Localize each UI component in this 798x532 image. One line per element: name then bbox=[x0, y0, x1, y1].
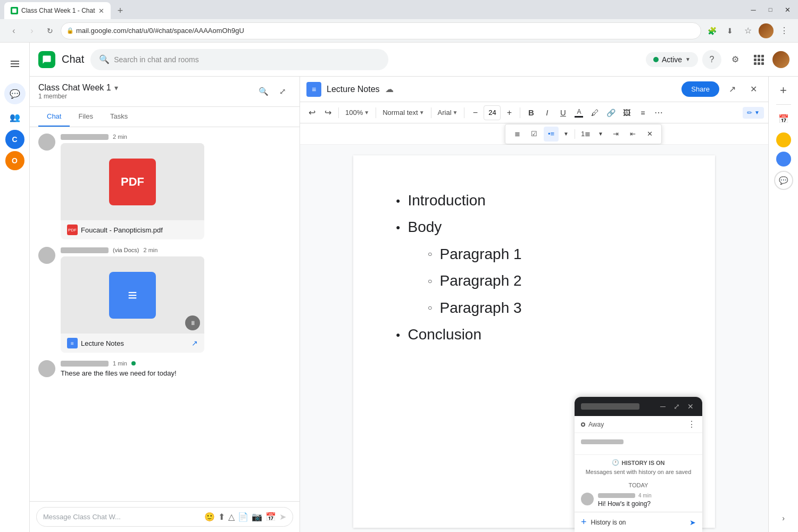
minimize-button[interactable]: ─ bbox=[747, 6, 760, 14]
download-icon[interactable]: ⬇ bbox=[722, 23, 737, 38]
open-in-new-button[interactable]: ↗ bbox=[724, 81, 741, 98]
video-button[interactable]: 📷 bbox=[252, 512, 262, 522]
sender-name-blurred bbox=[61, 134, 109, 140]
tab-tasks[interactable]: Tasks bbox=[102, 107, 136, 127]
right-sidebar-badge-yellow[interactable] bbox=[776, 132, 791, 147]
away-status-dot bbox=[581, 422, 585, 427]
maximize-button[interactable]: □ bbox=[764, 6, 777, 13]
sidebar-chat-icon[interactable]: 💬 bbox=[4, 83, 26, 104]
calendar-button[interactable]: 📅 bbox=[265, 512, 276, 522]
pause-overlay[interactable]: ⏸ bbox=[185, 315, 200, 330]
image-button[interactable]: 🖼 bbox=[619, 105, 634, 120]
ordered-dropdown-button[interactable]: ▼ bbox=[595, 127, 606, 142]
apps-grid-button[interactable] bbox=[749, 50, 768, 69]
zoom-dropdown[interactable]: 100% ▼ bbox=[342, 105, 372, 120]
browser-menu-icon[interactable]: ⋮ bbox=[777, 23, 792, 38]
new-tab-button[interactable]: + bbox=[112, 2, 129, 19]
bullet-open-3: ○ bbox=[428, 301, 432, 314]
link-button[interactable]: 🔗 bbox=[603, 105, 618, 120]
indent-more-button[interactable]: ⇥ bbox=[608, 127, 623, 142]
alignment-button[interactable]: ≡ bbox=[635, 105, 650, 120]
chat-input[interactable]: Message Class Chat W... bbox=[43, 513, 201, 521]
list-item-body: ● Body bbox=[396, 214, 672, 240]
underline-button[interactable]: U bbox=[555, 105, 570, 120]
right-sidebar-expand-button[interactable]: › bbox=[774, 509, 793, 528]
ordered-list-button[interactable]: 1≣ bbox=[578, 127, 593, 142]
bullet-dropdown-button[interactable]: ▼ bbox=[561, 127, 571, 142]
app-title: Chat bbox=[62, 53, 84, 65]
refresh-button[interactable]: ↻ bbox=[43, 23, 57, 38]
font-size-decrease[interactable]: − bbox=[468, 105, 483, 120]
user-avatar-header[interactable] bbox=[759, 23, 774, 38]
expand-chat-button[interactable]: ⤢ bbox=[274, 83, 291, 100]
close-button[interactable]: ✕ bbox=[781, 6, 794, 14]
mini-status-row: Away ⋮ bbox=[575, 416, 702, 433]
settings-button[interactable]: ⚙ bbox=[726, 50, 745, 69]
italic-button[interactable]: I bbox=[539, 105, 554, 120]
bullet-icon-1: ● bbox=[396, 194, 400, 207]
user-avatar[interactable] bbox=[772, 51, 789, 68]
mini-close-button[interactable]: ✕ bbox=[685, 401, 696, 412]
sidebar-user2-avatar[interactable]: O bbox=[5, 151, 24, 170]
redo-button[interactable]: ↪ bbox=[320, 105, 335, 120]
doc-file-card[interactable]: ≡ ⏸ ≡ Lecture Notes ↗ bbox=[61, 256, 204, 353]
list-unordered-button[interactable]: ≣ bbox=[510, 127, 525, 142]
chat-panel: Class Chat Week 1 ▾ 1 member 🔍 ⤢ Chat Fi… bbox=[30, 77, 300, 532]
indent-less-button[interactable]: ⇤ bbox=[625, 127, 640, 142]
hamburger-icon[interactable] bbox=[4, 53, 26, 74]
browser-tab[interactable]: Class Chat Week 1 - Chat ✕ bbox=[4, 2, 111, 19]
bullet-list-button[interactable]: •≡ bbox=[544, 127, 559, 142]
bold-button[interactable]: B bbox=[523, 105, 538, 120]
mini-send-icon[interactable]: ➤ bbox=[689, 518, 696, 527]
mini-message-content: 4 min Hi! How's it going? bbox=[598, 493, 651, 508]
back-button[interactable]: ‹ bbox=[6, 23, 21, 38]
help-button[interactable]: ? bbox=[702, 50, 721, 69]
pdf-file-card[interactable]: PDF PDF Foucault - Panopticism.pdf bbox=[61, 143, 204, 239]
mini-add-icon[interactable]: + bbox=[581, 517, 587, 528]
clear-formatting-button[interactable]: ✕ bbox=[642, 127, 657, 142]
tab-files[interactable]: Files bbox=[70, 107, 101, 127]
search-chat-button[interactable]: 🔍 bbox=[255, 83, 272, 100]
undo-button[interactable]: ↩ bbox=[304, 105, 319, 120]
chat-dropdown-icon[interactable]: ▾ bbox=[114, 84, 118, 92]
right-sidebar-calendar-icon[interactable]: 📅 bbox=[774, 109, 793, 128]
mini-more-button[interactable]: ⋮ bbox=[687, 419, 696, 429]
send-button[interactable]: ➤ bbox=[279, 512, 286, 522]
close-doc-button[interactable]: ✕ bbox=[745, 81, 762, 98]
font-size-input[interactable]: 24 bbox=[484, 105, 501, 120]
share-button[interactable]: Share bbox=[681, 81, 719, 97]
search-bar[interactable]: 🔍 Search in chat and rooms bbox=[90, 49, 388, 70]
mini-minimize-button[interactable]: ─ bbox=[658, 401, 668, 412]
sidebar-user1-avatar[interactable]: C bbox=[5, 130, 24, 149]
text-color-button[interactable]: A bbox=[571, 105, 586, 120]
mini-resize-button[interactable]: ⤢ bbox=[671, 401, 682, 412]
highlight-button[interactable]: 🖊 bbox=[587, 105, 602, 120]
right-sidebar-badge-blue[interactable] bbox=[776, 152, 791, 167]
sidebar-rooms-icon[interactable]: 👥 bbox=[4, 106, 26, 128]
drive-button[interactable]: △ bbox=[228, 512, 235, 522]
font-size-increase[interactable]: + bbox=[502, 105, 517, 120]
message-content-2: (via Docs) 2 min ≡ ⏸ ≡ bbox=[61, 247, 291, 353]
bookmark-icon[interactable]: ☆ bbox=[741, 23, 755, 38]
bullet-open-2: ○ bbox=[428, 275, 432, 288]
emoji-button[interactable]: 🙂 bbox=[204, 512, 215, 522]
edit-mode-button[interactable]: ✏ ▼ bbox=[743, 107, 764, 119]
style-dropdown[interactable]: Normal text ▼ bbox=[379, 105, 427, 120]
today-label: TODAY bbox=[575, 480, 702, 491]
tab-close-icon[interactable]: ✕ bbox=[98, 7, 104, 15]
address-input[interactable]: 🔒 mail.google.com/chat/u/0/#chat/space/A… bbox=[61, 22, 701, 39]
upload-button[interactable]: ⬆ bbox=[218, 512, 225, 522]
font-dropdown[interactable]: Arial ▼ bbox=[435, 105, 461, 120]
active-status-button[interactable]: Active ▼ bbox=[646, 52, 698, 67]
sender-avatar bbox=[38, 134, 55, 151]
forward-button[interactable]: › bbox=[24, 23, 39, 38]
open-external-icon[interactable]: ↗ bbox=[192, 339, 198, 347]
extensions-icon[interactable]: 🧩 bbox=[704, 23, 719, 38]
more-formatting-button[interactable]: ⋯ bbox=[651, 105, 666, 120]
right-sidebar-add-button[interactable]: + bbox=[774, 81, 793, 100]
right-sidebar-chat-icon[interactable]: 💬 bbox=[774, 171, 793, 190]
mini-input-field[interactable]: History is on bbox=[591, 519, 685, 526]
tab-chat[interactable]: Chat bbox=[38, 107, 70, 127]
checklist-button[interactable]: ☑ bbox=[527, 127, 542, 142]
doc-button[interactable]: 📄 bbox=[238, 512, 248, 522]
